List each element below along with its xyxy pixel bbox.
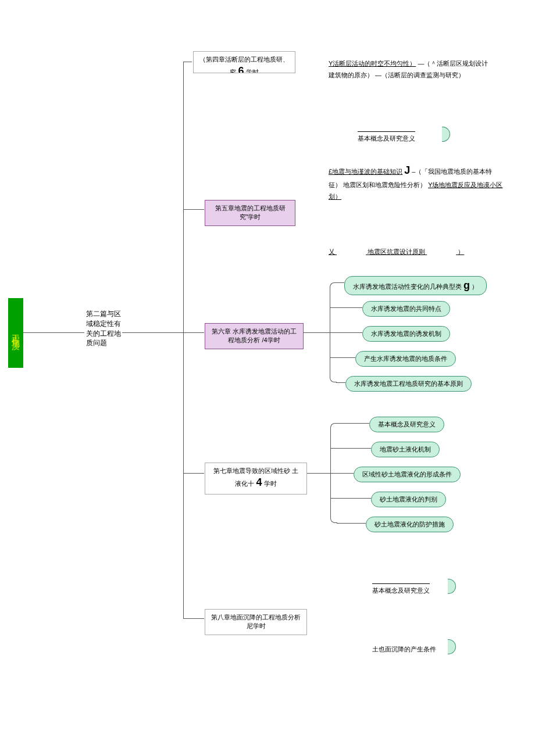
ch6-leaf1: 水库诱发地震活动性变化的几种典型类 g ） xyxy=(344,276,487,295)
connector xyxy=(330,448,371,449)
ch5-leaf4a: 乂 xyxy=(329,248,335,255)
ch5-leaf4-row: 乂 地震区抗震设计原则 ） xyxy=(329,246,503,258)
ch4-leaf3: —（活断层的调查监测与研究） xyxy=(375,71,465,78)
ch4-title-a: （第四章活断层的工程地质研、 xyxy=(199,56,289,63)
leaf-decor xyxy=(442,127,450,142)
chapter7-node: 第七章地震导致的区域性砂 土液化十 4 学时 xyxy=(205,463,307,495)
ch4-leaf1: Y活断层活动的时空不均匀性） xyxy=(329,60,416,67)
ch4-title-c: 学时 xyxy=(246,69,259,73)
connector xyxy=(122,332,183,333)
ch4-leaf4: 基本概念及研究意义 xyxy=(358,131,415,145)
leaf-decor xyxy=(448,639,456,654)
ch6-leaf1c: ） xyxy=(472,283,478,290)
chapter6-node: 第六章 水库诱发地震活动的工程地质分析 /4学时 xyxy=(205,323,304,349)
connector xyxy=(307,473,330,474)
leaf-decor xyxy=(448,579,456,594)
level1-label: 第二篇与区域稳定性有关的工程地质问题 xyxy=(86,309,121,348)
root-node: 工程地质 xyxy=(8,298,23,368)
connector xyxy=(23,332,84,333)
ch7-leaf1: 基本概念及研究意义 xyxy=(369,417,444,432)
connector xyxy=(330,473,354,474)
ch5-leaf1b: J xyxy=(404,164,410,176)
ch5-leaf4b: 地震区抗震设计原则 xyxy=(368,248,425,255)
connector xyxy=(337,523,366,524)
ch8-leaf2: 土也面沉降的产生条件 xyxy=(372,644,436,655)
connector xyxy=(336,382,345,383)
chapter5-node: 第五章地震的工程地质研究"学时 xyxy=(205,200,295,226)
ch7-title-c: 学时 xyxy=(264,480,277,487)
ch6-leaf3: 水库诱发地震的诱发机制 xyxy=(362,326,450,342)
ch7-num: 4 xyxy=(256,476,262,488)
connector xyxy=(337,423,369,424)
connector xyxy=(304,332,330,333)
connector xyxy=(183,618,204,619)
connector xyxy=(183,473,204,474)
ch5-leaves-text: £地震与地谨波的基础知识 J –（「我国地震地质的基本特征） 地震区划和地震危险… xyxy=(329,161,503,203)
ch5-leaf1a: £地震与地谨波的基础知识 xyxy=(329,168,402,175)
connector xyxy=(336,282,344,283)
ch6-leaf1b: g xyxy=(463,280,470,291)
ch7-leaf3: 区域性砂土地震液化的形成条件 xyxy=(354,467,461,482)
connector xyxy=(330,498,371,499)
ch4-leaves-text: Y活断层活动的时空不均匀性） —（＾活断层区规划设计建筑物的原亦） —（活断层的… xyxy=(329,58,491,81)
ch6-leaf4: 产生水库诱发地震的地质条件 xyxy=(355,351,456,367)
ch6-leaf2: 水库诱发地震的共同特点 xyxy=(362,301,450,317)
chapter4-node: （第四章活断层的工程地质研、 究 6 学时 xyxy=(193,51,295,73)
ch4-num: 6 xyxy=(238,65,244,73)
ch6-leaf1a: 水库诱发地震活动性变化的几种典型类 xyxy=(353,283,462,290)
connector xyxy=(330,357,355,358)
ch7-leaf4: 砂土地震液化的判别 xyxy=(371,492,446,507)
chapter8-node: 第八章地面沉降的工程地质分析尼学时 xyxy=(205,609,307,635)
connector xyxy=(330,332,362,333)
connector xyxy=(183,62,184,618)
ch8-leaf1: 基本概念及研究意义 xyxy=(372,583,430,597)
connector xyxy=(183,209,204,210)
ch5-leaf4c: ） xyxy=(458,248,464,255)
ch4-title-b: 究 xyxy=(230,69,236,73)
connector xyxy=(330,307,362,308)
ch7-title-a: 第七章地震导致的区域性砂 xyxy=(213,467,290,474)
ch7-leaf2: 地震砂土液化机制 xyxy=(371,442,440,457)
connector xyxy=(183,332,204,333)
ch7-leaf5: 砂土地震液化的防护措施 xyxy=(366,517,454,532)
ch6-leaf5: 水库诱发地震工程地质研究的基本原则 xyxy=(345,376,472,392)
ch5-leaf2: 地震区划和地震危险性分析） xyxy=(343,181,426,188)
connector xyxy=(183,62,192,62)
